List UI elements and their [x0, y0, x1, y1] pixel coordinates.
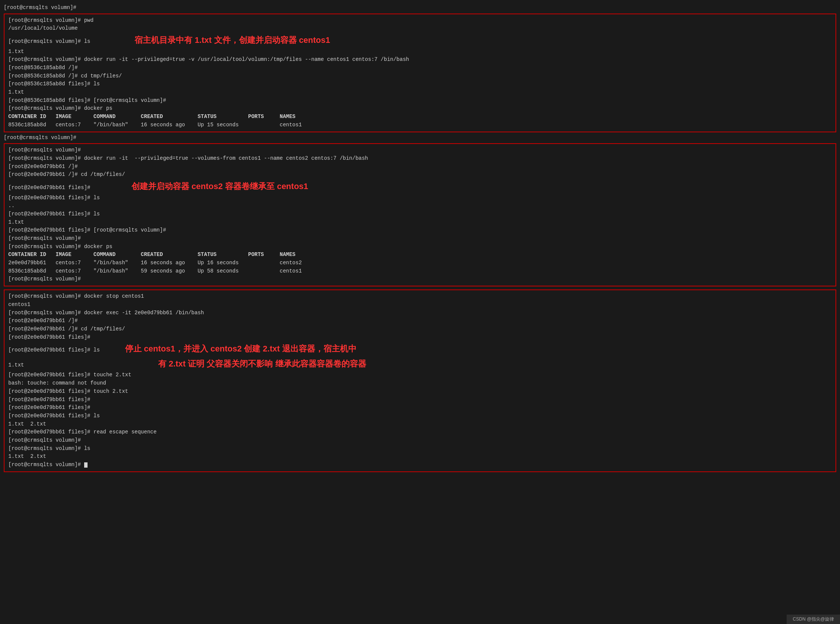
s2-line1: [root@crmsqlts volumn]# docker run -it -… — [8, 154, 832, 163]
s1-line5: [root@crmsqlts volumn]# docker run -it -… — [8, 56, 832, 64]
s2-line0: [root@crmsqlts volumn]# — [8, 146, 832, 154]
s3-line16: [root@2e0e0d79bb61 files]# read escape s… — [8, 428, 832, 436]
s2-files-prompt: [root@2e0e0d79bb61 files]# — [8, 185, 128, 191]
section2-box: [root@crmsqlts volumn]# [root@crmsqlts v… — [4, 143, 836, 286]
s1-line6: [root@8536c185ab8d /]# — [8, 64, 832, 72]
s3-annotation2: 有 2.txt 证明 父容器关闭不影响 继承此容器容器卷的容器 — [158, 359, 366, 368]
s3-line13: [root@2e0e0d79bb61 files]# — [8, 404, 832, 412]
top-line: [root@crmsqlts volumn]# — [4, 4, 836, 12]
s2-line5: [root@2e0e0d79bb61 files]# ls — [8, 194, 832, 202]
s3-line17: [root@crmsqlts volumn]# — [8, 436, 832, 445]
s1-line4: 1.txt — [8, 48, 832, 56]
s3-annotation1: 停止 centos1，并进入 centos2 创建 2.txt 退出容器，宿主机… — [125, 344, 356, 353]
s1-annotation: 宿主机目录中有 1.txt 文件，创建并启动容器 centos1 — [134, 36, 330, 45]
s2-line9: [root@crmsqlts volumn]# — [8, 235, 832, 243]
after-s1: [root@crmsqlts volumn]# — [4, 134, 836, 142]
s1-ls-cmd: [root@crmsqlts volumn]# ls — [8, 39, 131, 44]
s3-line2: centos1 — [8, 301, 832, 309]
s3-line12: [root@2e0e0d79bb61 files]# — [8, 396, 832, 404]
s3-line1: [root@crmsqlts volumn]# docker stop cent… — [8, 292, 832, 301]
s2-end: [root@crmsqlts volumn]# — [8, 275, 832, 283]
s2-line7: 1.txt — [8, 218, 832, 227]
s1-line7: [root@8536c185ab8d /]# cd tmp/files/ — [8, 72, 832, 80]
s2-table-row2: 8536c185ab8d centos:7 "/bin/bash" 59 sec… — [8, 267, 832, 275]
s3-line15: 1.txt 2.txt — [8, 420, 832, 429]
s1-line8: [root@8536c185ab8d files]# ls — [8, 80, 832, 88]
s3-line11: [root@2e0e0d79bb61 files]# touch 2.txt — [8, 388, 832, 396]
s2-line6: .. — [8, 202, 832, 210]
s1-line9: 1.txt — [8, 88, 832, 97]
s3-line4: [root@2e0e0d79bb61 /]# — [8, 317, 832, 325]
s3-annotation-line2: 1.txt 有 2.txt 证明 父容器关闭不影响 继承此容器容器卷的容器 — [8, 356, 832, 371]
s2-annotation: 创建并启动容器 centos2 容器卷继承至 centos1 — [131, 182, 308, 191]
s1-line1: [root@crmsqlts volumn]# pwd — [8, 17, 832, 25]
s2-table-header: CONTAINER ID IMAGE COMMAND CREATED STATU… — [8, 251, 832, 259]
s3-line10: bash: touche: command not found — [8, 379, 832, 388]
s2-line8: [root@2e0e0d79bb61 files]# [root@crmsqlt… — [8, 226, 832, 235]
footer-text: CSDN @指尖@旋律 — [793, 616, 834, 622]
section3-box: [root@crmsqlts volumn]# docker stop cent… — [4, 289, 836, 472]
cursor — [84, 462, 88, 468]
s3-line18: [root@crmsqlts volumn]# ls — [8, 445, 832, 453]
s3-line19: 1.txt 2.txt — [8, 453, 832, 461]
s3-line20: [root@crmsqlts volumn]# — [8, 461, 832, 469]
s1-line10: [root@8536c185ab8d files]# [root@crmsqlt… — [8, 97, 832, 105]
s2-line6b: [root@2e0e0d79bb61 files]# ls — [8, 210, 832, 218]
s1-line2: /usr/local/tool/volume — [8, 25, 832, 33]
s2-table-row1: 2e0e0d79bb61 centos:7 "/bin/bash" 16 sec… — [8, 259, 832, 267]
s1-table-row: 8536c185ab8d centos:7 "/bin/bash" 16 sec… — [8, 121, 832, 129]
s1-annotation-line: [root@crmsqlts volumn]# ls 宿主机目录中有 1.txt… — [8, 33, 832, 48]
s3-1txt: 1.txt — [8, 362, 24, 368]
section1-box: [root@crmsqlts volumn]# pwd /usr/local/t… — [4, 14, 836, 132]
s3-line5: [root@2e0e0d79bb61 /]# cd /tmp/files/ — [8, 325, 832, 334]
footer-bar: CSDN @指尖@旋律 — [787, 615, 840, 624]
s3-line6: [root@2e0e0d79bb61 files]# — [8, 334, 832, 342]
terminal-wrapper: [root@crmsqlts volumn]# [root@crmsqlts v… — [0, 0, 840, 477]
s2-line3: [root@2e0e0d79bb61 /]# cd /tmp/files/ — [8, 171, 832, 179]
s3-line14: [root@2e0e0d79bb61 files]# ls — [8, 412, 832, 420]
s3-annotation-line1: [root@2e0e0d79bb61 files]# ls 停止 centos1… — [8, 341, 832, 356]
s1-line11: [root@crmsqlts volumn]# docker ps — [8, 105, 832, 113]
s2-line2: [root@2e0e0d79bb61 /]# — [8, 163, 832, 171]
s1-table-header: CONTAINER ID IMAGE COMMAND CREATED STATU… — [8, 113, 832, 121]
s2-line10: [root@crmsqlts volumn]# docker ps — [8, 243, 832, 251]
s2-annotation-line: [root@2e0e0d79bb61 files]# 创建并启动容器 cento… — [8, 179, 832, 194]
s3-line9: [root@2e0e0d79bb61 files]# touche 2.txt — [8, 371, 832, 379]
s3-ls-cmd: [root@2e0e0d79bb61 files]# ls — [8, 347, 122, 353]
s3-line3: [root@crmsqlts volumn]# docker exec -it … — [8, 309, 832, 317]
